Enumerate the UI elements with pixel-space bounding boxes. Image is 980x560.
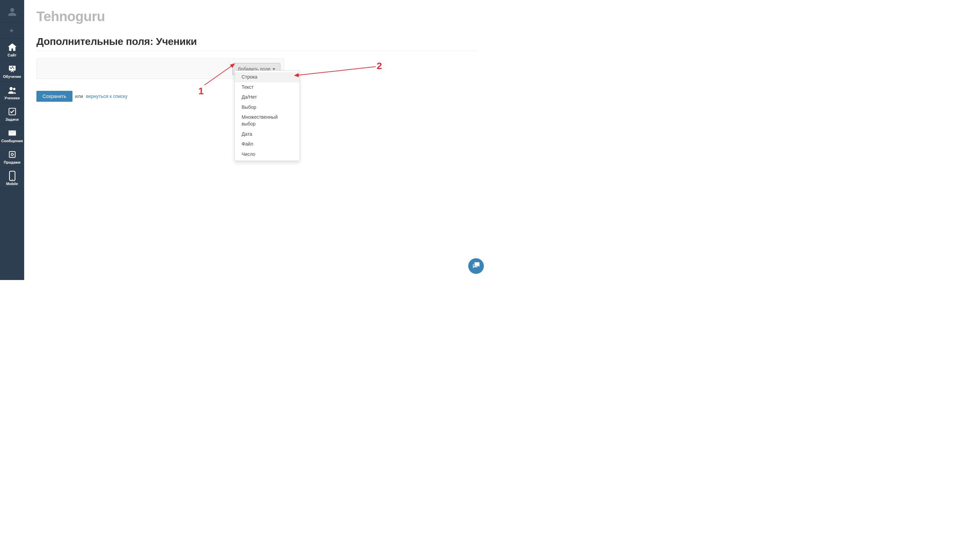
or-text: или [75,93,83,99]
caret-down-icon [273,68,275,70]
user-icon [7,7,17,17]
svg-rect-4 [9,152,15,157]
annotation-arrow-2 [293,65,377,78]
svg-point-7 [12,179,12,180]
sidebar-item-tasks[interactable]: Задачи [0,103,24,125]
sidebar-item-label: Сообщения [2,139,23,143]
dropdown-item-yesno[interactable]: Да/Нет [235,92,300,102]
sidebar-item-label: Задачи [5,117,19,122]
svg-point-2 [13,88,15,90]
chat-fab-button[interactable] [468,258,484,274]
annotation-arrow-1 [203,62,237,87]
dropdown-item-string[interactable]: Строка [235,72,300,82]
sidebar: Сайт Обучение Ученики Задачи Сообщения П… [0,0,24,280]
svg-point-5 [11,153,13,156]
back-to-list-link[interactable]: вернуться к списку [86,93,127,99]
mobile-icon [9,171,16,181]
home-icon [7,42,17,52]
dropdown-item-multiselect[interactable]: Множественный выбор [235,112,300,129]
chat-icon [472,262,480,270]
sales-icon [8,149,17,160]
dropdown-item-number[interactable]: Число [235,149,300,160]
sidebar-item-messages[interactable]: Сообщения [0,125,24,146]
svg-line-8 [205,64,235,85]
dropdown-item-text[interactable]: Текст [235,82,300,93]
sidebar-item-label: Mobile [6,182,18,186]
sidebar-item-label: Продажи [4,160,20,164]
sidebar-item-label: Сайт [7,53,16,57]
dropdown-item-file[interactable]: Файл [235,139,300,149]
sidebar-item-mobile[interactable]: Mobile [0,167,24,189]
sidebar-item-label: Обучение [3,75,21,78]
annotation-1: 1 [198,86,204,97]
sidebar-item-learning[interactable]: Обучение [0,60,24,82]
svg-rect-0 [9,66,16,70]
dropdown-item-select[interactable]: Выбор [235,102,300,113]
brand-title: Tehnoguru [37,9,478,24]
board-icon [8,63,17,74]
dropdown-item-date[interactable]: Дата [235,129,300,140]
svg-point-1 [9,87,12,90]
sidebar-item-students[interactable]: Ученики [0,82,24,103]
annotation-2: 2 [377,60,382,72]
svg-line-9 [295,67,376,75]
sound-icon [9,25,15,36]
sidebar-item-site[interactable]: Сайт [0,39,24,60]
check-icon [8,107,17,117]
sidebar-item-profile[interactable] [0,0,24,23]
users-icon [7,85,17,95]
save-button[interactable]: Сохранить [37,91,72,102]
mail-icon [8,128,17,138]
field-type-dropdown: Строка Текст Да/Нет Выбор Множественный … [235,70,300,161]
page-title: Дополнительные поля: Ученики [37,36,478,51]
sidebar-item-sales[interactable]: Продажи [0,146,24,167]
sidebar-item-label: Ученики [5,96,20,100]
sidebar-item-sound[interactable] [0,23,24,39]
